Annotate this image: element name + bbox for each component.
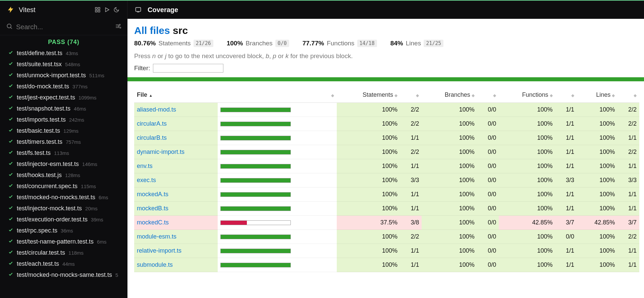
table-row: exec.ts100%3/3100%0/0100%3/3100%3/3 <box>134 173 639 187</box>
cell-statements-pct: 100% <box>337 159 400 173</box>
file-link[interactable]: relative-import.ts <box>137 247 181 254</box>
test-list[interactable]: test/define.test.ts 43mstest/suite.test.… <box>0 48 127 298</box>
cell-functions-frac: 3/7 <box>555 216 577 230</box>
test-duration: 377ms <box>72 84 88 89</box>
table-row: aliased-mod.ts100%2/2100%0/0100%1/1100%2… <box>134 103 639 117</box>
test-item[interactable]: test/mocked-no-mocks-same.test.ts 5 <box>8 269 124 281</box>
test-item[interactable]: test/each.test.ts 44ms <box>8 258 124 269</box>
check-icon <box>8 138 13 145</box>
col-lines[interactable]: Lines◆ <box>577 87 618 103</box>
topbar-left: Vitest <box>0 1 127 19</box>
cell-statements-frac: 2/2 <box>400 103 422 117</box>
cell-lines-pct: 42.85% <box>577 216 618 230</box>
cell-functions-pct: 100% <box>499 258 555 272</box>
vitest-logo-icon <box>6 5 15 14</box>
metric-branches: 100% Branches 0/0 <box>227 40 289 47</box>
cell-lines-pct: 100% <box>577 244 618 258</box>
file-link[interactable]: circularB.ts <box>137 134 167 141</box>
cell-lines-frac: 2/2 <box>618 230 639 244</box>
cell-functions-frac: 1/1 <box>555 145 577 159</box>
coverage-tab-label[interactable]: Coverage <box>148 6 178 14</box>
test-item[interactable]: test/circular.test.ts 118ms <box>8 247 124 258</box>
search-input[interactable] <box>16 23 111 31</box>
cell-functions-pct: 100% <box>499 159 555 173</box>
test-item[interactable]: test/define.test.ts 43ms <box>8 48 124 59</box>
coverage-bar <box>220 150 291 155</box>
col-lines-frac[interactable]: ◆ <box>618 87 639 103</box>
file-link[interactable]: exec.ts <box>137 177 156 183</box>
test-item[interactable]: test/hooks.test.js 128ms <box>8 170 124 181</box>
test-item[interactable]: test/imports.test.ts 242ms <box>8 114 124 125</box>
cell-functions-pct: 100% <box>499 173 555 187</box>
test-path: test/each.test.ts <box>17 260 59 267</box>
test-duration: 43ms <box>66 50 78 56</box>
check-icon <box>8 183 13 190</box>
test-duration: 5 <box>115 272 118 278</box>
test-item[interactable]: test/timers.test.ts 757ms <box>8 136 124 147</box>
cell-branches-pct: 100% <box>422 117 477 131</box>
test-duration: 128ms <box>65 172 80 178</box>
coverage-status-bar <box>127 77 644 81</box>
cell-branches-pct: 100% <box>422 103 477 117</box>
test-item[interactable]: test/execution-order.test.ts 39ms <box>8 214 124 225</box>
cell-branches-frac: 0/0 <box>477 258 499 272</box>
cell-branches-frac: 0/0 <box>477 187 499 202</box>
file-link[interactable]: mockedB.ts <box>137 205 168 212</box>
test-item[interactable]: test/injector-esm.test.ts 146ms <box>8 159 124 170</box>
test-duration: 46ms <box>74 106 86 112</box>
filter-settings-icon[interactable] <box>115 23 121 31</box>
file-link[interactable]: module-esm.ts <box>137 233 176 240</box>
col-functions[interactable]: Functions◆ <box>499 87 555 103</box>
col-statements[interactable]: Statements◆ <box>337 87 400 103</box>
test-item[interactable]: test/suite.test.tsx 548ms <box>8 59 124 70</box>
test-item[interactable]: test/test-name-pattern.test.ts 6ms <box>8 236 124 247</box>
filter-input[interactable] <box>153 64 223 73</box>
file-link[interactable]: submodule.ts <box>137 261 173 268</box>
test-item[interactable]: test/basic.test.ts 129ms <box>8 125 124 136</box>
table-row: mockedA.ts100%1/1100%0/0100%1/1100%1/1 <box>134 187 639 202</box>
breadcrumb-root[interactable]: All files <box>134 25 170 36</box>
col-statements-frac[interactable]: ◆ <box>400 87 422 103</box>
test-path: test/mocked-no-mocks.test.ts <box>17 194 95 201</box>
test-item[interactable]: test/rpc.spec.ts 36ms <box>8 225 124 236</box>
test-item[interactable]: test/fs.test.ts 113ms <box>8 147 124 159</box>
coverage-panel[interactable]: All files src 80.76% Statements 21/26 10… <box>127 19 644 298</box>
test-path: test/define.test.ts <box>17 50 62 57</box>
test-item[interactable]: test/mocked-no-mocks.test.ts 6ms <box>8 192 124 203</box>
topbar: Vitest Coverage <box>0 1 644 19</box>
sort-icon: ◆ <box>548 93 553 98</box>
cell-statements-frac: 1/1 <box>400 131 422 145</box>
col-branches[interactable]: Branches◆ <box>422 87 477 103</box>
cell-functions-frac: 3/3 <box>555 173 577 187</box>
cell-branches-frac: 0/0 <box>477 131 499 145</box>
col-file[interactable]: File ▲ <box>134 87 218 103</box>
moon-icon[interactable] <box>112 5 121 14</box>
workspace: PASS (74) test/define.test.ts 43mstest/s… <box>0 19 644 298</box>
coverage-bar <box>220 192 291 197</box>
test-item[interactable]: test/jest-expect.test.ts 1099ms <box>8 92 124 103</box>
cell-lines-frac: 2/2 <box>618 145 639 159</box>
file-link[interactable]: aliased-mod.ts <box>137 106 176 113</box>
check-icon <box>8 249 13 256</box>
file-link[interactable]: mockedA.ts <box>137 191 168 198</box>
col-branches-frac[interactable]: ◆ <box>477 87 499 103</box>
test-item[interactable]: test/unmock-import.test.ts 511ms <box>8 70 124 81</box>
test-item[interactable]: test/do-mock.test.ts 377ms <box>8 81 124 92</box>
cell-functions-frac: 1/1 <box>555 159 577 173</box>
col-functions-frac[interactable]: ◆ <box>555 87 577 103</box>
test-item[interactable]: test/injector-mock.test.ts 20ms <box>8 203 124 214</box>
coverage-tab-icon[interactable] <box>133 5 143 14</box>
table-row: env.ts100%1/1100%0/0100%1/1100%1/1 <box>134 159 639 173</box>
file-link[interactable]: mockedC.ts <box>137 219 169 226</box>
file-link[interactable]: circularA.ts <box>137 120 167 127</box>
file-link[interactable]: env.ts <box>137 163 153 169</box>
test-item[interactable]: test/snapshot.test.ts 46ms <box>8 103 124 114</box>
test-item[interactable]: test/concurrent.spec.ts 115ms <box>8 181 124 192</box>
file-link[interactable]: dynamic-import.ts <box>137 148 184 155</box>
run-icon[interactable] <box>102 5 112 14</box>
test-duration: 44ms <box>62 261 75 267</box>
cell-lines-frac: 3/7 <box>618 216 639 230</box>
dashboard-icon[interactable] <box>93 5 102 14</box>
cell-branches-pct: 100% <box>422 173 477 187</box>
col-bar[interactable]: ◆ <box>218 87 337 103</box>
